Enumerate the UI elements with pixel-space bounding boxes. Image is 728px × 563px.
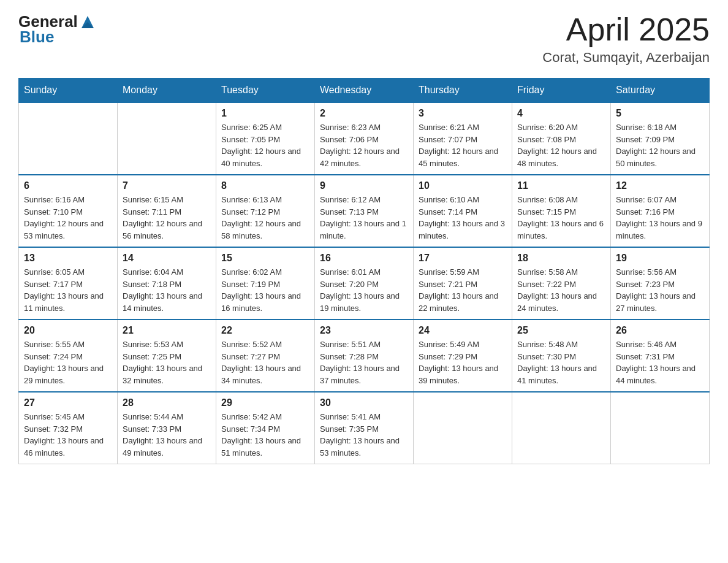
day-cell: 30Sunrise: 5:41 AMSunset: 7:35 PMDayligh… bbox=[315, 392, 414, 464]
day-number: 2 bbox=[320, 108, 408, 119]
day-number: 12 bbox=[616, 180, 704, 191]
day-cell bbox=[19, 102, 118, 175]
logo: General Blue bbox=[18, 12, 96, 47]
week-row-3: 13Sunrise: 6:05 AMSunset: 7:17 PMDayligh… bbox=[19, 247, 710, 320]
day-cell: 29Sunrise: 5:42 AMSunset: 7:34 PMDayligh… bbox=[216, 392, 315, 464]
day-info: Sunrise: 5:48 AMSunset: 7:30 PMDaylight:… bbox=[517, 339, 605, 386]
day-cell: 19Sunrise: 5:56 AMSunset: 7:23 PMDayligh… bbox=[611, 247, 710, 320]
day-number: 4 bbox=[517, 108, 605, 119]
day-cell: 18Sunrise: 5:58 AMSunset: 7:22 PMDayligh… bbox=[512, 247, 611, 320]
day-number: 17 bbox=[419, 253, 507, 264]
week-row-2: 6Sunrise: 6:16 AMSunset: 7:10 PMDaylight… bbox=[19, 175, 710, 247]
day-info: Sunrise: 5:59 AMSunset: 7:21 PMDaylight:… bbox=[419, 266, 507, 314]
day-info: Sunrise: 5:52 AMSunset: 7:27 PMDaylight:… bbox=[221, 339, 309, 386]
header-day-tuesday: Tuesday bbox=[216, 79, 315, 103]
day-info: Sunrise: 6:21 AMSunset: 7:07 PMDaylight:… bbox=[419, 121, 507, 169]
day-cell: 26Sunrise: 5:46 AMSunset: 7:31 PMDayligh… bbox=[611, 320, 710, 392]
day-cell: 27Sunrise: 5:45 AMSunset: 7:32 PMDayligh… bbox=[19, 392, 118, 464]
day-number: 23 bbox=[320, 325, 408, 336]
day-number: 11 bbox=[517, 180, 605, 191]
day-info: Sunrise: 6:25 AMSunset: 7:05 PMDaylight:… bbox=[221, 121, 309, 169]
day-info: Sunrise: 6:16 AMSunset: 7:10 PMDaylight:… bbox=[24, 194, 112, 242]
day-cell: 21Sunrise: 5:53 AMSunset: 7:25 PMDayligh… bbox=[118, 320, 216, 392]
day-cell bbox=[512, 392, 611, 464]
day-info: Sunrise: 5:45 AMSunset: 7:32 PMDaylight:… bbox=[24, 411, 112, 459]
day-cell: 14Sunrise: 6:04 AMSunset: 7:18 PMDayligh… bbox=[118, 247, 216, 320]
day-info: Sunrise: 6:18 AMSunset: 7:09 PMDaylight:… bbox=[616, 121, 704, 169]
calendar-body: 1Sunrise: 6:25 AMSunset: 7:05 PMDaylight… bbox=[19, 102, 710, 464]
day-cell: 9Sunrise: 6:12 AMSunset: 7:13 PMDaylight… bbox=[315, 175, 414, 247]
day-number: 3 bbox=[419, 108, 507, 119]
day-number: 10 bbox=[419, 180, 507, 191]
logo-blue-text: Blue bbox=[20, 28, 54, 47]
calendar-header: SundayMondayTuesdayWednesdayThursdayFrid… bbox=[19, 79, 710, 103]
day-number: 8 bbox=[221, 180, 309, 191]
day-number: 5 bbox=[616, 108, 704, 119]
calendar-title: April 2025 bbox=[542, 12, 710, 47]
day-cell: 17Sunrise: 5:59 AMSunset: 7:21 PMDayligh… bbox=[414, 247, 512, 320]
day-number: 19 bbox=[616, 253, 704, 264]
day-info: Sunrise: 6:20 AMSunset: 7:08 PMDaylight:… bbox=[517, 121, 605, 169]
day-info: Sunrise: 5:53 AMSunset: 7:25 PMDaylight:… bbox=[123, 339, 211, 386]
page-header: General Blue April 2025 Corat, Sumqayit,… bbox=[18, 12, 710, 66]
day-cell: 2Sunrise: 6:23 AMSunset: 7:06 PMDaylight… bbox=[315, 102, 414, 175]
day-cell: 15Sunrise: 6:02 AMSunset: 7:19 PMDayligh… bbox=[216, 247, 315, 320]
day-cell: 7Sunrise: 6:15 AMSunset: 7:11 PMDaylight… bbox=[118, 175, 216, 247]
day-cell: 16Sunrise: 6:01 AMSunset: 7:20 PMDayligh… bbox=[315, 247, 414, 320]
day-info: Sunrise: 6:05 AMSunset: 7:17 PMDaylight:… bbox=[24, 266, 112, 314]
day-info: Sunrise: 6:04 AMSunset: 7:18 PMDaylight:… bbox=[123, 266, 211, 314]
header-day-thursday: Thursday bbox=[414, 79, 512, 103]
day-cell: 10Sunrise: 6:10 AMSunset: 7:14 PMDayligh… bbox=[414, 175, 512, 247]
day-number: 14 bbox=[123, 253, 211, 264]
day-cell: 11Sunrise: 6:08 AMSunset: 7:15 PMDayligh… bbox=[512, 175, 611, 247]
day-number: 22 bbox=[221, 325, 309, 336]
day-number: 24 bbox=[419, 325, 507, 336]
day-cell: 1Sunrise: 6:25 AMSunset: 7:05 PMDaylight… bbox=[216, 102, 315, 175]
day-number: 7 bbox=[123, 180, 211, 191]
day-cell: 6Sunrise: 6:16 AMSunset: 7:10 PMDaylight… bbox=[19, 175, 118, 247]
day-info: Sunrise: 6:23 AMSunset: 7:06 PMDaylight:… bbox=[320, 121, 408, 169]
day-number: 9 bbox=[320, 180, 408, 191]
day-number: 15 bbox=[221, 253, 309, 264]
day-cell: 8Sunrise: 6:13 AMSunset: 7:12 PMDaylight… bbox=[216, 175, 315, 247]
header-row: SundayMondayTuesdayWednesdayThursdayFrid… bbox=[19, 79, 710, 103]
day-info: Sunrise: 5:44 AMSunset: 7:33 PMDaylight:… bbox=[123, 411, 211, 459]
calendar-subtitle: Corat, Sumqayit, Azerbaijan bbox=[542, 50, 710, 66]
day-number: 13 bbox=[24, 253, 112, 264]
day-info: Sunrise: 6:07 AMSunset: 7:16 PMDaylight:… bbox=[616, 194, 704, 242]
day-number: 18 bbox=[517, 253, 605, 264]
day-number: 25 bbox=[517, 325, 605, 336]
day-cell bbox=[118, 102, 216, 175]
day-cell bbox=[611, 392, 710, 464]
day-cell: 4Sunrise: 6:20 AMSunset: 7:08 PMDaylight… bbox=[512, 102, 611, 175]
day-cell: 22Sunrise: 5:52 AMSunset: 7:27 PMDayligh… bbox=[216, 320, 315, 392]
day-cell: 28Sunrise: 5:44 AMSunset: 7:33 PMDayligh… bbox=[118, 392, 216, 464]
calendar-table: SundayMondayTuesdayWednesdayThursdayFrid… bbox=[18, 78, 710, 464]
day-number: 30 bbox=[320, 397, 408, 408]
day-number: 6 bbox=[24, 180, 112, 191]
day-number: 20 bbox=[24, 325, 112, 336]
day-info: Sunrise: 6:15 AMSunset: 7:11 PMDaylight:… bbox=[123, 194, 211, 242]
day-cell: 3Sunrise: 6:21 AMSunset: 7:07 PMDaylight… bbox=[414, 102, 512, 175]
day-info: Sunrise: 5:41 AMSunset: 7:35 PMDaylight:… bbox=[320, 411, 408, 459]
header-day-saturday: Saturday bbox=[611, 79, 710, 103]
day-number: 28 bbox=[123, 397, 211, 408]
day-info: Sunrise: 6:01 AMSunset: 7:20 PMDaylight:… bbox=[320, 266, 408, 314]
day-cell bbox=[414, 392, 512, 464]
day-info: Sunrise: 6:13 AMSunset: 7:12 PMDaylight:… bbox=[221, 194, 309, 242]
day-info: Sunrise: 5:42 AMSunset: 7:34 PMDaylight:… bbox=[221, 411, 309, 459]
day-number: 26 bbox=[616, 325, 704, 336]
week-row-4: 20Sunrise: 5:55 AMSunset: 7:24 PMDayligh… bbox=[19, 320, 710, 392]
day-cell: 23Sunrise: 5:51 AMSunset: 7:28 PMDayligh… bbox=[315, 320, 414, 392]
day-cell: 13Sunrise: 6:05 AMSunset: 7:17 PMDayligh… bbox=[19, 247, 118, 320]
day-number: 29 bbox=[221, 397, 309, 408]
header-day-wednesday: Wednesday bbox=[315, 79, 414, 103]
day-info: Sunrise: 5:51 AMSunset: 7:28 PMDaylight:… bbox=[320, 339, 408, 386]
header-day-friday: Friday bbox=[512, 79, 611, 103]
day-cell: 25Sunrise: 5:48 AMSunset: 7:30 PMDayligh… bbox=[512, 320, 611, 392]
day-number: 16 bbox=[320, 253, 408, 264]
day-info: Sunrise: 6:02 AMSunset: 7:19 PMDaylight:… bbox=[221, 266, 309, 314]
title-block: April 2025 Corat, Sumqayit, Azerbaijan bbox=[542, 12, 710, 66]
day-info: Sunrise: 5:55 AMSunset: 7:24 PMDaylight:… bbox=[24, 339, 112, 386]
logo-icon bbox=[79, 13, 96, 31]
